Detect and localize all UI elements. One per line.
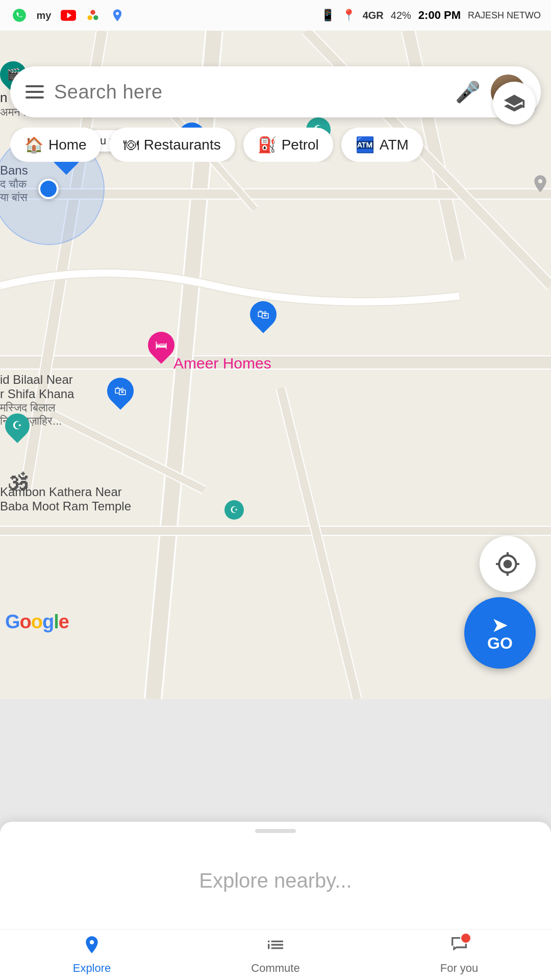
- commute-icon: [265, 935, 286, 960]
- signal-strength: 4GR: [363, 10, 384, 21]
- atm-icon: 🏧: [356, 136, 374, 154]
- home-pill[interactable]: 🏠 Home: [10, 128, 101, 162]
- explore-nearby-text: Explore nearby...: [199, 869, 352, 892]
- restaurants-label: Restaurants: [144, 137, 221, 153]
- petrol-icon: ⛽: [258, 136, 277, 154]
- explore-label: Explore: [73, 962, 111, 975]
- bottom-panel[interactable]: Explore nearby...: [0, 822, 551, 929]
- svg-point-4: [88, 15, 92, 20]
- battery-display: 42%: [391, 10, 411, 21]
- restaurants-pill[interactable]: 🍽 Restaurants: [109, 128, 235, 162]
- commute-label: Commute: [251, 962, 299, 975]
- kambon-line2: Baba Moot Ram Temple: [0, 499, 131, 513]
- my-icon: my: [35, 6, 53, 24]
- for-you-label: For you: [440, 962, 479, 975]
- svg-point-5: [93, 15, 98, 20]
- search-bar[interactable]: 🎤: [10, 66, 541, 117]
- mosque-pin-bottom[interactable]: ☪: [224, 500, 244, 520]
- my-location-button[interactable]: [480, 536, 536, 592]
- location-indicator: 📍: [342, 9, 356, 22]
- go-button[interactable]: ➤ GO: [464, 597, 536, 669]
- nav-for-you[interactable]: For you: [367, 935, 551, 975]
- petrol-pill[interactable]: ⛽ Petrol: [243, 128, 333, 162]
- nav-commute[interactable]: Commute: [184, 935, 367, 975]
- bilaal-mosque-pin[interactable]: ☪: [5, 413, 30, 438]
- google-l: l: [54, 611, 59, 632]
- restaurants-icon: 🍽: [123, 136, 139, 154]
- google-g2: g: [42, 611, 54, 632]
- bottom-nav: Explore Commute For you: [0, 929, 551, 980]
- shop-pin-3[interactable]: 🛍: [107, 378, 134, 404]
- maps-icon: [108, 6, 127, 24]
- whatsapp-icon: [10, 6, 29, 24]
- google-o1: o: [20, 611, 31, 632]
- network-name: RAJESH NETWO: [468, 10, 541, 21]
- bilaal-line2: r Shifa Khana: [0, 387, 74, 401]
- user-dot: [38, 179, 59, 199]
- bilaal-line1: id Bilaal Near: [0, 373, 74, 387]
- svg-point-0: [13, 9, 26, 22]
- mic-icon[interactable]: 🎤: [455, 80, 481, 104]
- status-icons: my: [10, 6, 127, 24]
- shop-pin-2[interactable]: 🛍: [250, 301, 277, 328]
- home-icon: 🏠: [24, 136, 43, 154]
- ameer-homes-marker[interactable]: 🛏 Ameer Homes: [148, 332, 174, 358]
- phone-icon: 📱: [321, 9, 335, 22]
- photos-icon: [84, 6, 102, 24]
- nav-explore[interactable]: Explore: [0, 935, 184, 975]
- youtube-icon: [59, 6, 78, 24]
- explore-icon: [82, 935, 102, 960]
- notification-dot: [463, 933, 471, 941]
- menu-button[interactable]: [26, 85, 44, 99]
- google-e: e: [59, 611, 69, 632]
- atm-pill[interactable]: 🏧 ATM: [341, 128, 423, 162]
- go-label: GO: [487, 635, 513, 651]
- petrol-label: Petrol: [282, 137, 319, 153]
- svg-point-3: [90, 10, 95, 15]
- google-o2: o: [31, 611, 42, 632]
- google-g: G: [5, 611, 20, 632]
- status-indicators: 📱 📍 4GR 42% 2:00 PM RAJESH NETWO: [321, 9, 541, 22]
- bilaal-hindi1: मस्जिद बिलाल: [0, 401, 74, 414]
- drag-handle: [255, 829, 296, 833]
- location-pin-right[interactable]: [530, 174, 551, 201]
- for-you-icon: [449, 935, 469, 960]
- category-pills: 🏠 Home 🍽 Restaurants ⛽ Petrol 🏧 ATM: [10, 128, 551, 162]
- atm-label: ATM: [380, 137, 409, 153]
- go-arrow-icon: ➤: [491, 615, 509, 635]
- bilaal-area: id Bilaal Near r Shifa Khana मस्जिद बिला…: [0, 373, 74, 428]
- ameer-homes-label: Ameer Homes: [173, 355, 271, 372]
- layer-toggle-button[interactable]: [493, 82, 536, 125]
- status-bar: my 📱 📍 4GR 42% 2:00 PM RAJESH NETWO: [0, 0, 551, 31]
- user-location: [38, 179, 59, 199]
- kambon-line1: Kambon Kathera Near: [0, 485, 131, 499]
- google-logo: Google: [5, 611, 69, 633]
- kambon-label: Kambon Kathera Near Baba Moot Ram Temple: [0, 485, 131, 513]
- time-display: 2:00 PM: [418, 9, 461, 22]
- home-label: Home: [48, 137, 87, 153]
- search-input[interactable]: [54, 81, 445, 103]
- map-area[interactable]: 🎤 🏠 Home 🍽 Restaurants ⛽ Petrol 🏧 ATM: [0, 31, 551, 699]
